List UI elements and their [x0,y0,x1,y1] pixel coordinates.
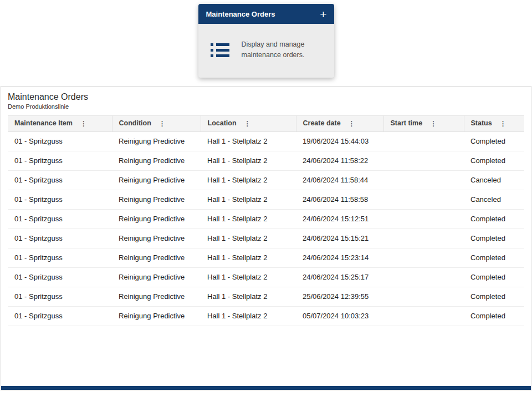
cell-maintenance-item: 01 - Spritzguss [8,287,112,306]
cell-create-date: 05/07/2024 10:03:23 [296,306,383,326]
cell-maintenance-item: 01 - Spritzguss [8,267,112,287]
table-row[interactable]: 01 - Spritzguss Reinigung Predictive Hal… [8,229,524,248]
cell-maintenance-item: 01 - Spritzguss [8,248,112,267]
cell-start-time [383,229,464,248]
cell-condition: Reinigung Predictive [112,267,201,287]
cell-create-date: 19/06/2024 15:44:03 [296,131,383,151]
cell-location: Hall 1 - Stellplatz 2 [201,248,296,267]
cell-condition: Reinigung Predictive [112,209,201,229]
cell-location: Hall 1 - Stellplatz 2 [201,131,296,151]
table-row[interactable]: 01 - Spritzguss Reinigung Predictive Hal… [8,190,524,209]
table-row[interactable]: 01 - Spritzguss Reinigung Predictive Hal… [8,170,524,190]
cell-maintenance-item: 01 - Spritzguss [8,209,112,229]
cell-maintenance-item: 01 - Spritzguss [8,151,112,170]
panel-subtitle: Demo Produktionslinie [8,103,524,110]
cell-create-date: 24/06/2024 11:58:58 [296,190,383,209]
column-header-location[interactable]: Location⋮ [201,115,296,131]
cell-start-time [383,209,464,229]
table-row[interactable]: 01 - Spritzguss Reinigung Predictive Hal… [8,248,524,267]
cell-start-time [383,287,464,306]
cell-condition: Reinigung Predictive [112,151,201,170]
column-header-condition[interactable]: Condition⋮ [112,115,201,131]
card-title: Maintenance Orders [206,10,275,18]
column-header-start-time[interactable]: Start time⋮ [383,115,464,131]
cell-maintenance-item: 01 - Spritzguss [8,229,112,248]
cell-status: Completed [464,209,524,229]
column-header-maintenance-item[interactable]: Maintenance Item⋮ [8,115,112,131]
cell-start-time [383,248,464,267]
column-header-label: Start time [391,119,423,127]
cell-maintenance-item: 01 - Spritzguss [8,306,112,326]
table-row[interactable]: 01 - Spritzguss Reinigung Predictive Hal… [8,287,524,306]
cell-start-time [383,306,464,326]
cell-status: Completed [464,151,524,170]
cell-condition: Reinigung Predictive [112,170,201,190]
column-header-label: Maintenance Item [14,119,73,127]
cell-start-time [383,151,464,170]
maintenance-orders-panel: Maintenance Orders Demo Produktionslinie… [1,86,531,390]
cell-condition: Reinigung Predictive [112,248,201,267]
cell-status: Completed [464,267,524,287]
column-header-label: Condition [119,119,151,127]
cell-condition: Reinigung Predictive [112,229,201,248]
table-row[interactable]: 01 - Spritzguss Reinigung Predictive Hal… [8,306,524,326]
cell-status: Completed [464,287,524,306]
column-menu-icon[interactable]: ⋮ [159,120,166,128]
cell-create-date: 25/06/2024 12:39:55 [296,287,383,306]
bottom-accent-bar [1,386,531,390]
column-menu-icon[interactable]: ⋮ [349,120,355,128]
column-header-create-date[interactable]: Create date⋮ [296,115,383,131]
cell-condition: Reinigung Predictive [112,131,201,151]
cell-location: Hall 1 - Stellplatz 2 [201,267,296,287]
column-header-status[interactable]: Status⋮ [464,115,524,131]
table-row[interactable]: 01 - Spritzguss Reinigung Predictive Hal… [8,151,524,170]
card-description: Display and manage maintenance orders. [242,39,325,61]
column-header-label: Create date [303,119,341,127]
table-row[interactable]: 01 - Spritzguss Reinigung Predictive Hal… [8,131,524,151]
cell-location: Hall 1 - Stellplatz 2 [201,190,296,209]
add-order-button[interactable]: + [320,8,326,20]
column-menu-icon[interactable]: ⋮ [80,120,87,128]
table-header-row: Maintenance Item⋮ Condition⋮ Location⋮ C… [8,115,524,131]
cell-start-time [383,267,464,287]
column-menu-icon[interactable]: ⋮ [430,120,437,128]
column-menu-icon[interactable]: ⋮ [500,120,507,128]
cell-condition: Reinigung Predictive [112,190,201,209]
cell-create-date: 24/06/2024 15:12:51 [296,209,383,229]
cell-location: Hall 1 - Stellplatz 2 [201,229,296,248]
cell-status: Completed [464,131,524,151]
column-header-label: Status [471,119,492,127]
column-menu-icon[interactable]: ⋮ [244,120,251,128]
cell-start-time [383,131,464,151]
cell-condition: Reinigung Predictive [112,287,201,306]
cell-status: Completed [464,248,524,267]
table-row[interactable]: 01 - Spritzguss Reinigung Predictive Hal… [8,267,524,287]
column-header-label: Location [208,119,237,127]
maintenance-orders-card[interactable]: Maintenance Orders + Display and manage … [198,4,334,78]
cell-location: Hall 1 - Stellplatz 2 [201,151,296,170]
cell-start-time [383,170,464,190]
orders-table: Maintenance Item⋮ Condition⋮ Location⋮ C… [8,115,524,326]
cell-create-date: 24/06/2024 15:15:21 [296,229,383,248]
cell-create-date: 24/06/2024 15:23:14 [296,248,383,267]
cell-start-time [383,190,464,209]
cell-create-date: 24/06/2024 11:58:22 [296,151,383,170]
cell-status: Canceled [464,170,524,190]
cell-status: Completed [464,229,524,248]
cell-maintenance-item: 01 - Spritzguss [8,131,112,151]
cell-maintenance-item: 01 - Spritzguss [8,170,112,190]
card-header: Maintenance Orders + [198,4,334,24]
table-row[interactable]: 01 - Spritzguss Reinigung Predictive Hal… [8,209,524,229]
card-body: Display and manage maintenance orders. [198,24,334,78]
list-icon [211,43,229,58]
cell-status: Canceled [464,190,524,209]
cell-location: Hall 1 - Stellplatz 2 [201,209,296,229]
cell-create-date: 24/06/2024 15:25:17 [296,267,383,287]
cell-location: Hall 1 - Stellplatz 2 [201,306,296,326]
cell-condition: Reinigung Predictive [112,306,201,326]
cell-create-date: 24/06/2024 11:58:44 [296,170,383,190]
cell-status: Completed [464,306,524,326]
cell-maintenance-item: 01 - Spritzguss [8,190,112,209]
cell-location: Hall 1 - Stellplatz 2 [201,170,296,190]
cell-location: Hall 1 - Stellplatz 2 [201,287,296,306]
